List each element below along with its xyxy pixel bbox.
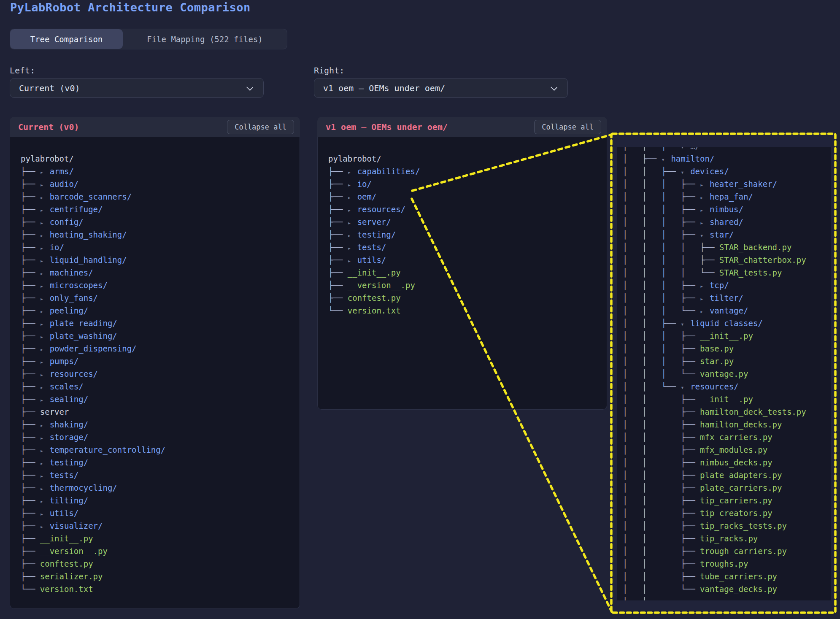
triangle-expanded-icon[interactable]: ▾ xyxy=(662,153,671,166)
tree-row[interactable]: ├── ▸thermocycling/ xyxy=(21,481,300,494)
tree-row[interactable]: │ │ │ ├── ▸heater_shaker/ xyxy=(623,178,831,190)
tree-row[interactable]: ├── ▸scales/ xyxy=(21,380,300,393)
triangle-collapsed-icon[interactable]: ▸ xyxy=(348,229,357,242)
tree-row[interactable]: ├── ▸arms/ xyxy=(21,165,300,178)
tab-tree-comparison[interactable]: Tree Comparison xyxy=(10,29,123,49)
tree-row[interactable]: ├── ▸barcode_scanners/ xyxy=(21,190,300,203)
triangle-collapsed-icon[interactable]: ▸ xyxy=(40,470,50,482)
tree-row[interactable]: ├── ▸tests/ xyxy=(328,241,607,254)
tree-row[interactable]: ├── ▸machines/ xyxy=(21,266,300,279)
tree-row[interactable]: ├── ▸temperature_controlling/ xyxy=(21,443,300,456)
tree-row[interactable]: ├── ▸sealing/ xyxy=(21,393,300,405)
tree-row[interactable]: ├── ▸capabilities/ xyxy=(328,165,607,178)
tree-row[interactable]: ├── ▸config/ xyxy=(21,216,300,228)
triangle-collapsed-icon[interactable]: ▸ xyxy=(40,343,50,356)
triangle-collapsed-icon[interactable]: ▸ xyxy=(40,419,50,432)
triangle-collapsed-icon[interactable]: ▸ xyxy=(348,178,357,191)
triangle-collapsed-icon[interactable]: ▸ xyxy=(348,216,357,229)
triangle-collapsed-icon[interactable]: ▸ xyxy=(348,204,357,216)
triangle-collapsed-icon[interactable]: ▸ xyxy=(348,166,357,178)
triangle-collapsed-icon[interactable]: ▸ xyxy=(40,394,50,406)
tree-row[interactable]: ├── ▸pumps/ xyxy=(21,355,300,368)
triangle-expanded-icon[interactable]: ▾ xyxy=(681,166,690,178)
triangle-collapsed-icon[interactable]: ▸ xyxy=(40,305,50,318)
triangle-collapsed-icon[interactable]: ▸ xyxy=(40,368,50,381)
tree-row[interactable]: ├── ▸visualizer/ xyxy=(21,519,300,532)
triangle-collapsed-icon[interactable]: ▸ xyxy=(700,178,710,191)
triangle-collapsed-icon[interactable]: ▸ xyxy=(40,444,50,457)
triangle-collapsed-icon[interactable]: ▸ xyxy=(40,191,50,204)
tree-row[interactable]: ├── ▸plate_reading/ xyxy=(21,317,300,330)
left-version-select[interactable]: Current (v0) xyxy=(10,78,264,98)
triangle-collapsed-icon[interactable]: ▸ xyxy=(40,318,50,330)
triangle-collapsed-icon[interactable]: ▸ xyxy=(40,204,50,216)
tree-row[interactable]: ├── ▸storage/ xyxy=(21,431,300,443)
triangle-collapsed-icon[interactable]: ▸ xyxy=(700,191,710,204)
tree-row[interactable]: ├── ▸microscopes/ xyxy=(21,279,300,292)
triangle-collapsed-icon[interactable]: ▸ xyxy=(40,254,50,267)
tree-row[interactable]: │ │ └── ▾resources/ xyxy=(623,380,831,393)
triangle-collapsed-icon[interactable]: ▸ xyxy=(700,204,710,216)
tree-row[interactable]: │ ├── ▾hamilton/ xyxy=(623,152,831,165)
left-collapse-all-button[interactable]: Collapse all xyxy=(227,120,294,134)
triangle-collapsed-icon[interactable]: ▸ xyxy=(348,191,357,204)
tree-row[interactable]: ├── ▸powder_dispensing/ xyxy=(21,342,300,355)
triangle-collapsed-icon[interactable]: ▸ xyxy=(700,305,710,318)
tree-row[interactable]: ├── ▸resources/ xyxy=(328,203,607,216)
tree-row[interactable]: ├── ▸heating_shaking/ xyxy=(21,228,300,241)
triangle-collapsed-icon[interactable]: ▸ xyxy=(40,330,50,343)
triangle-collapsed-icon[interactable]: ▸ xyxy=(40,242,50,254)
tree-row[interactable]: ├── ▸utils/ xyxy=(328,254,607,266)
triangle-collapsed-icon[interactable]: ▸ xyxy=(40,267,50,280)
tree-row[interactable]: │ │ │ ├── ▸hepa_fan/ xyxy=(623,190,831,203)
tab-file-mapping[interactable]: File Mapping (522 files) xyxy=(123,29,287,49)
tree-row[interactable]: │ │ ├── ▾devices/ xyxy=(623,165,831,178)
triangle-collapsed-icon[interactable]: ▸ xyxy=(40,229,50,242)
triangle-collapsed-icon[interactable]: ▸ xyxy=(40,432,50,444)
tree-row[interactable]: │ │ │ ├── ▾star/ xyxy=(623,228,831,241)
triangle-collapsed-icon[interactable]: ▸ xyxy=(662,596,671,600)
tree-row[interactable]: ├── ▸tests/ xyxy=(21,469,300,481)
tree-row[interactable]: ├── ▸testing/ xyxy=(328,228,607,241)
triangle-expanded-icon[interactable]: ▾ xyxy=(700,229,710,242)
tree-row[interactable]: │ │ │ ├── ▸tilter/ xyxy=(623,292,831,304)
tree-row[interactable]: ├── ▸plate_washing/ xyxy=(21,330,300,342)
tree-row[interactable]: ├── ▸utils/ xyxy=(21,507,300,519)
tree-row[interactable]: │ │ │ └── ▸vantage/ xyxy=(623,304,831,317)
tree-row[interactable]: ├── ▸centrifuge/ xyxy=(21,203,300,216)
tree-row[interactable]: │ │ │ ├── ▸nimbus/ xyxy=(623,203,831,216)
tree-row[interactable]: ├── ▸io/ xyxy=(21,241,300,254)
triangle-expanded-icon[interactable]: ▾ xyxy=(681,318,690,330)
tree-row[interactable]: ├── ▸peeling/ xyxy=(21,304,300,317)
triangle-collapsed-icon[interactable]: ▸ xyxy=(40,482,50,495)
triangle-collapsed-icon[interactable]: ▸ xyxy=(40,166,50,178)
triangle-collapsed-icon[interactable]: ▸ xyxy=(40,520,50,533)
triangle-collapsed-icon[interactable]: ▸ xyxy=(40,292,50,305)
tree-row[interactable]: ├── ▸testing/ xyxy=(21,456,300,469)
tree-row[interactable]: │ │ │ ├── ▸shared/ xyxy=(623,216,831,228)
triangle-collapsed-icon[interactable]: ▸ xyxy=(40,381,50,394)
tree-row[interactable]: │ │ │ ├── ▸tcp/ xyxy=(623,279,831,292)
right-collapse-all-button[interactable]: Collapse all xyxy=(534,120,601,134)
tree-row[interactable]: ├── ▸tilting/ xyxy=(21,494,300,507)
tree-row[interactable]: ├── ▸liquid_handling/ xyxy=(21,254,300,266)
tree-row[interactable]: ├── ▸only_fans/ xyxy=(21,292,300,304)
triangle-collapsed-icon[interactable]: ▸ xyxy=(40,280,50,292)
triangle-collapsed-icon[interactable]: ▸ xyxy=(700,216,710,229)
tree-row[interactable]: │ │ ├── ▾liquid_classes/ xyxy=(623,317,831,330)
triangle-collapsed-icon[interactable]: ▸ xyxy=(700,292,710,305)
right-version-select[interactable]: v1 oem — OEMs under oem/ xyxy=(314,78,568,98)
tree-row[interactable]: ├── ▸server/ xyxy=(328,216,607,228)
tree-row[interactable]: ├── ▸io/ xyxy=(328,178,607,190)
tree-row[interactable]: ├── ▸resources/ xyxy=(21,368,300,380)
triangle-collapsed-icon[interactable]: ▸ xyxy=(40,457,50,470)
triangle-collapsed-icon[interactable]: ▸ xyxy=(348,242,357,254)
triangle-collapsed-icon[interactable]: ▸ xyxy=(40,495,50,508)
triangle-collapsed-icon[interactable]: ▸ xyxy=(348,254,357,267)
triangle-expanded-icon[interactable]: ▾ xyxy=(681,381,690,394)
tree-row[interactable]: ├── ▸shaking/ xyxy=(21,418,300,431)
triangle-collapsed-icon[interactable]: ▸ xyxy=(40,216,50,229)
tree-row[interactable]: ├── ▸audio/ xyxy=(21,178,300,190)
triangle-collapsed-icon[interactable]: ▸ xyxy=(40,508,50,520)
triangle-collapsed-icon[interactable]: ▸ xyxy=(40,356,50,368)
